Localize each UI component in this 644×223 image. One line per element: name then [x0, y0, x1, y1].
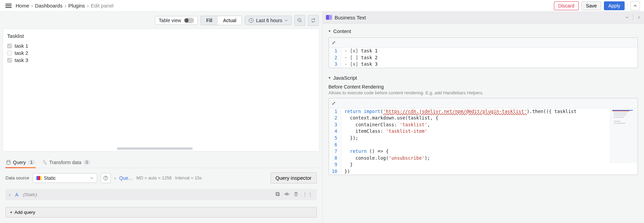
panel-title: Tasklist — [7, 33, 315, 39]
chevron-right-icon[interactable] — [637, 16, 641, 19]
js-description: Allows to execute code before content re… — [329, 90, 638, 95]
datasource-label: Data source — [5, 175, 29, 180]
list-item: task 3 — [7, 57, 315, 64]
actual-button[interactable]: Actual — [218, 16, 242, 25]
fill-button[interactable]: Fill — [201, 16, 218, 25]
table-view-toggle[interactable] — [184, 18, 194, 23]
zoom-out-icon — [297, 18, 302, 23]
drag-handle-icon[interactable]: ⋮⋮ — [302, 192, 313, 197]
crumb-home[interactable]: Home — [16, 3, 29, 9]
task-checkbox — [7, 44, 12, 48]
expand-icon[interactable]: ⤢ — [332, 40, 335, 45]
js-editor[interactable]: ⤢ 1return import('https://cdn.jsdelivr.n… — [329, 98, 638, 175]
trash-icon[interactable] — [294, 192, 298, 197]
query-row-actions: ⋮⋮ — [275, 192, 313, 197]
viz-icon — [326, 15, 332, 20]
tab-query[interactable]: Query 1 — [5, 157, 36, 168]
interval-meta: Interval = 15s — [175, 175, 202, 180]
collapse-panel-button[interactable] — [630, 1, 640, 11]
crumb-plugins[interactable]: Plugins — [68, 3, 85, 9]
apply-button[interactable]: Apply — [604, 1, 625, 10]
table-view-label: Table view — [159, 18, 181, 23]
chevron-right-icon: › — [87, 3, 89, 9]
chevron-down-icon — [284, 19, 288, 22]
section-javascript[interactable]: ▾ JavaScript — [329, 75, 638, 81]
tab-transform[interactable]: Transform data 0 — [42, 157, 91, 168]
table-view-toggle-group: Table view — [155, 16, 197, 25]
editor-toolbar: ⤢ — [329, 38, 638, 48]
code-content[interactable]: 1- [x] task 1 2- [ ] task 2 3- [x] task … — [329, 48, 638, 68]
fill-actual-segment: Fill Actual — [201, 16, 242, 25]
crumb-current: Edit panel — [91, 3, 114, 9]
section-content[interactable]: ▾ Content — [329, 28, 638, 34]
query-count-badge: 1 — [28, 160, 35, 165]
expand-icon[interactable]: ⤢ — [332, 100, 335, 106]
datasource-select[interactable]: Static — [33, 173, 97, 183]
section-label: Content — [333, 28, 351, 34]
svg-line-2 — [301, 21, 302, 22]
datasource-help-button[interactable] — [101, 173, 111, 183]
minimap[interactable] — [610, 109, 637, 163]
js-subtitle: Before Content Rendering — [329, 84, 638, 90]
refresh-button[interactable] — [308, 15, 319, 26]
task-label: task 2 — [15, 50, 28, 56]
code-content[interactable]: 1return import('https://cdn.jsdelivr.net… — [329, 108, 638, 175]
query-name: (Static) — [23, 192, 37, 197]
breadcrumb: Home › Dashboards › Plugins › Edit panel — [4, 2, 114, 9]
list-item: task 1 — [7, 42, 315, 49]
query-row: › A (Static) ⋮⋮ — [5, 189, 317, 200]
options-body: ▾ Content ⤢ 1- [x] task 1 2- [ ] task 2 … — [323, 23, 644, 185]
task-list: task 1 task 2 task 3 — [7, 42, 315, 64]
main-area: Table view Fill Actual Last 6 hours Task… — [0, 12, 644, 223]
svg-point-9 — [286, 193, 288, 195]
query-inspector-button[interactable]: Query inspector — [271, 172, 317, 184]
copy-icon[interactable] — [275, 192, 280, 197]
add-query-label: Add query — [15, 210, 35, 215]
content-editor[interactable]: ⤢ 1- [x] task 1 2- [ ] task 2 3- [x] tas… — [329, 37, 638, 68]
chevron-down-icon: ▾ — [329, 29, 331, 33]
tab-label: Transform data — [49, 160, 81, 165]
discard-button[interactable]: Discard — [554, 1, 579, 10]
tab-label: Query — [13, 160, 26, 165]
task-checkbox — [7, 58, 12, 63]
section-label: JavaScript — [333, 75, 357, 81]
chevron-down-icon — [625, 16, 629, 19]
clock-icon — [248, 18, 254, 23]
zoom-out-button[interactable] — [294, 15, 305, 26]
visualization-picker[interactable]: Business Text — [323, 12, 644, 23]
time-range-button[interactable]: Last 6 hours — [245, 16, 291, 25]
datasource-row: Data source Static › Que… MD = auto = 12… — [0, 168, 322, 188]
menu-icon[interactable] — [4, 2, 13, 9]
list-item: task 2 — [7, 49, 315, 57]
save-button[interactable]: Save — [581, 1, 601, 10]
preview-panel: Tasklist task 1 task 2 task 3 — [3, 29, 319, 152]
datasource-icon — [36, 176, 42, 180]
crumb-dashboards[interactable]: Dashboards — [35, 3, 63, 9]
transform-icon — [42, 160, 47, 165]
transform-count-badge: 0 — [83, 160, 90, 165]
task-label: task 3 — [15, 57, 28, 63]
refresh-icon — [311, 18, 316, 23]
chevron-down-icon — [90, 176, 93, 180]
md-meta: MD = auto = 1256 — [136, 175, 172, 180]
add-query-button[interactable]: + Add query — [5, 207, 317, 218]
task-label: task 1 — [15, 43, 28, 49]
chevron-up-icon — [633, 4, 637, 8]
top-bar: Home › Dashboards › Plugins › Edit panel… — [0, 0, 644, 12]
query-options-link[interactable]: Que… — [119, 175, 133, 181]
plus-icon: + — [10, 210, 13, 215]
eye-icon[interactable] — [284, 192, 290, 197]
editor-toolbar: ⤢ — [329, 98, 638, 108]
viz-name: Business Text — [335, 15, 623, 20]
query-letter: A — [15, 192, 18, 197]
chevron-right-icon: › — [65, 3, 66, 9]
chevron-right-icon: › — [114, 175, 116, 181]
expand-query-button[interactable]: › — [9, 192, 11, 197]
chevron-down-icon: ▾ — [329, 76, 331, 80]
time-range-label: Last 6 hours — [256, 18, 282, 23]
question-icon — [103, 176, 108, 180]
horizontal-scrollbar[interactable] — [117, 147, 193, 150]
svg-rect-7 — [277, 193, 279, 196]
left-pane: Table view Fill Actual Last 6 hours Task… — [0, 12, 322, 223]
preview-toolbar: Table view Fill Actual Last 6 hours — [0, 12, 322, 29]
